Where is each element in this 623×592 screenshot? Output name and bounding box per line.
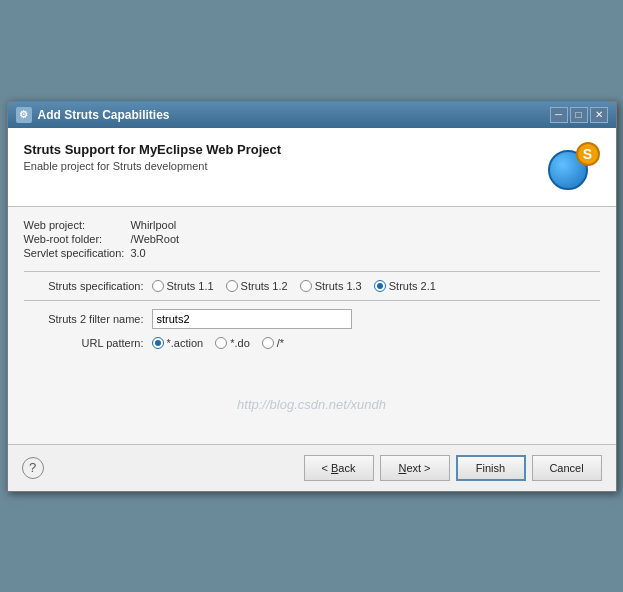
url-pattern-group: *.action *.do /* bbox=[152, 337, 285, 349]
struts-spec-label: Struts specification: bbox=[24, 280, 144, 292]
maximize-button[interactable]: □ bbox=[570, 107, 588, 123]
next-label: Next > bbox=[398, 462, 430, 474]
url-pattern-row: URL pattern: *.action *.do /* bbox=[24, 337, 600, 349]
cancel-label: Cancel bbox=[549, 462, 583, 474]
web-project-label: Web project: bbox=[24, 219, 125, 231]
filter-input[interactable] bbox=[152, 309, 352, 329]
title-controls: ─ □ ✕ bbox=[550, 107, 608, 123]
header-text: Struts Support for MyEclipse Web Project… bbox=[24, 142, 282, 172]
url-do-option[interactable]: *.do bbox=[215, 337, 250, 349]
footer-left: ? bbox=[22, 457, 44, 479]
help-button[interactable]: ? bbox=[22, 457, 44, 479]
help-icon: ? bbox=[29, 460, 36, 475]
struts21-radio[interactable] bbox=[374, 280, 386, 292]
separator-2 bbox=[24, 300, 600, 301]
back-button[interactable]: < Back bbox=[304, 455, 374, 481]
header-section: Struts Support for MyEclipse Web Project… bbox=[8, 128, 616, 207]
struts12-option[interactable]: Struts 1.2 bbox=[226, 280, 288, 292]
url-action-label: *.action bbox=[167, 337, 204, 349]
body-section: Web project: Whirlpool Web-root folder: … bbox=[8, 207, 616, 444]
url-slash-option[interactable]: /* bbox=[262, 337, 284, 349]
filter-row: Struts 2 filter name: bbox=[24, 309, 600, 329]
cancel-button[interactable]: Cancel bbox=[532, 455, 602, 481]
struts21-option[interactable]: Struts 2.1 bbox=[374, 280, 436, 292]
project-info: Web project: Whirlpool Web-root folder: … bbox=[24, 219, 600, 259]
header-subtitle: Enable project for Struts development bbox=[24, 160, 282, 172]
footer-right: < Back Next > Finish Cancel bbox=[304, 455, 602, 481]
web-root-label: Web-root folder: bbox=[24, 233, 125, 245]
main-window: ⚙ Add Struts Capabilities ─ □ ✕ Struts S… bbox=[7, 101, 617, 492]
servlet-value: 3.0 bbox=[130, 247, 599, 259]
url-action-radio[interactable] bbox=[152, 337, 164, 349]
finish-label: Finish bbox=[476, 462, 505, 474]
struts13-radio[interactable] bbox=[300, 280, 312, 292]
url-slash-label: /* bbox=[277, 337, 284, 349]
struts21-label: Struts 2.1 bbox=[389, 280, 436, 292]
url-action-option[interactable]: *.action bbox=[152, 337, 204, 349]
struts-icon: S bbox=[576, 142, 600, 166]
next-button[interactable]: Next > bbox=[380, 455, 450, 481]
web-project-value: Whirlpool bbox=[130, 219, 599, 231]
title-bar: ⚙ Add Struts Capabilities ─ □ ✕ bbox=[8, 102, 616, 128]
finish-button[interactable]: Finish bbox=[456, 455, 526, 481]
struts13-option[interactable]: Struts 1.3 bbox=[300, 280, 362, 292]
title-bar-left: ⚙ Add Struts Capabilities bbox=[16, 107, 170, 123]
minimize-button[interactable]: ─ bbox=[550, 107, 568, 123]
struts11-option[interactable]: Struts 1.1 bbox=[152, 280, 214, 292]
struts12-radio[interactable] bbox=[226, 280, 238, 292]
struts11-radio[interactable] bbox=[152, 280, 164, 292]
separator-1 bbox=[24, 271, 600, 272]
struts12-label: Struts 1.2 bbox=[241, 280, 288, 292]
struts11-label: Struts 1.1 bbox=[167, 280, 214, 292]
struts13-label: Struts 1.3 bbox=[315, 280, 362, 292]
url-do-label: *.do bbox=[230, 337, 250, 349]
struts-spec-row: Struts specification: Struts 1.1 Struts … bbox=[24, 280, 600, 292]
window-title: Add Struts Capabilities bbox=[38, 108, 170, 122]
watermark: http://blog.csdn.net/xundh bbox=[24, 357, 600, 432]
servlet-label: Servlet specification: bbox=[24, 247, 125, 259]
close-button[interactable]: ✕ bbox=[590, 107, 608, 123]
url-do-radio[interactable] bbox=[215, 337, 227, 349]
footer: ? < Back Next > Finish Cancel bbox=[8, 444, 616, 491]
window-icon: ⚙ bbox=[16, 107, 32, 123]
url-slash-radio[interactable] bbox=[262, 337, 274, 349]
struts-spec-group: Struts 1.1 Struts 1.2 Struts 1.3 Struts … bbox=[152, 280, 436, 292]
back-label: < Back bbox=[322, 462, 356, 474]
url-pattern-label: URL pattern: bbox=[24, 337, 144, 349]
header-icon: S bbox=[548, 142, 600, 194]
filter-label: Struts 2 filter name: bbox=[24, 313, 144, 325]
web-root-value: /WebRoot bbox=[130, 233, 599, 245]
header-title: Struts Support for MyEclipse Web Project bbox=[24, 142, 282, 157]
